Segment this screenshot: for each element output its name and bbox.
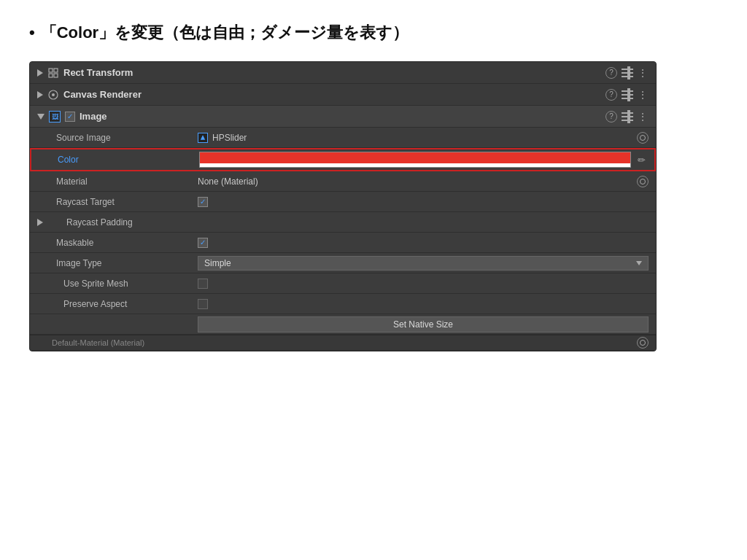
use-sprite-mesh-left: Use Sprite Mesh: [37, 279, 198, 289]
image-collapse-icon[interactable]: [37, 114, 44, 120]
set-native-size-button[interactable]: Set Native Size: [198, 316, 649, 332]
svg-rect-0: [49, 69, 53, 72]
material-target-icon[interactable]: [637, 176, 649, 187]
preserve-aspect-row: Preserve Aspect: [30, 294, 656, 314]
page-title: 「Color」を変更（色は自由；ダメージ量を表す）: [41, 22, 409, 44]
set-native-size-row: Set Native Size: [30, 314, 656, 335]
rect-transform-help-icon[interactable]: ?: [605, 67, 617, 79]
rect-transform-kebab-icon[interactable]: ⋮: [638, 67, 649, 79]
source-image-label: Source Image: [56, 133, 111, 143]
bottom-partial-row: Default-Material (Material): [30, 335, 656, 351]
rect-transform-label: Rect Transform: [63, 67, 133, 78]
raycast-padding-left: Raycast Padding: [37, 217, 198, 228]
raycast-padding-row: Raycast Padding: [30, 212, 656, 233]
preserve-aspect-checkbox[interactable]: [198, 299, 208, 309]
image-type-row: Image Type Simple: [30, 253, 656, 273]
color-swatch[interactable]: [199, 152, 631, 168]
image-type-value: Simple: [204, 258, 636, 268]
source-image-value: HPSlider: [212, 133, 247, 143]
color-label: Color: [58, 155, 79, 165]
dropdown-arrow-icon: [636, 261, 642, 265]
image-settings-icon[interactable]: [622, 111, 633, 122]
raycast-target-right: [198, 197, 649, 207]
set-native-size-right: Set Native Size: [198, 316, 649, 332]
image-component-left: 🖼 Image: [37, 111, 198, 122]
image-component-row: 🖼 Image ? ⋮: [30, 106, 656, 128]
eyedropper-icon[interactable]: ✏: [635, 154, 647, 166]
source-image-target-icon[interactable]: [637, 132, 649, 144]
color-row: Color ✏: [30, 148, 656, 171]
color-swatch-red: [200, 152, 630, 163]
image-component-label: Image: [80, 111, 107, 122]
bullet: •: [29, 23, 35, 42]
rect-transform-icon: [47, 67, 59, 79]
image-type-dropdown[interactable]: Simple: [198, 256, 649, 271]
material-row: Material None (Material): [30, 171, 656, 192]
rect-transform-actions: ? ⋮: [605, 67, 649, 79]
preserve-aspect-left: Preserve Aspect: [37, 299, 198, 309]
material-value: None (Material): [198, 176, 258, 187]
canvas-renderer-left: Canvas Renderer: [37, 89, 198, 101]
maskable-left: Maskable: [37, 238, 198, 248]
bottom-partial-target-icon[interactable]: [637, 337, 649, 349]
rect-transform-collapse-icon[interactable]: [37, 69, 43, 77]
raycast-target-checkbox[interactable]: [198, 197, 208, 207]
rect-transform-left: Rect Transform: [37, 67, 198, 79]
maskable-right: [198, 238, 649, 248]
image-kebab-icon[interactable]: ⋮: [638, 111, 649, 122]
svg-rect-3: [54, 74, 58, 77]
image-help-icon[interactable]: ?: [605, 111, 617, 122]
image-type-label: Image Type: [56, 258, 101, 268]
raycast-target-label: Raycast Target: [56, 197, 115, 207]
rect-transform-settings-icon[interactable]: [622, 67, 633, 79]
set-native-size-button-label: Set Native Size: [393, 319, 453, 330]
maskable-label: Maskable: [56, 238, 93, 248]
canvas-renderer-actions: ? ⋮: [605, 89, 649, 101]
color-swatch-white: [200, 163, 630, 167]
image-type-left: Image Type: [37, 258, 198, 268]
canvas-renderer-icon: [47, 89, 59, 101]
canvas-renderer-kebab-icon[interactable]: ⋮: [638, 89, 649, 101]
image-enabled-checkbox[interactable]: [65, 112, 75, 122]
canvas-renderer-collapse-icon[interactable]: [37, 91, 43, 98]
bottom-partial-label: Default-Material (Material): [52, 338, 144, 347]
preserve-aspect-right: [198, 299, 649, 309]
svg-rect-2: [49, 74, 53, 77]
canvas-renderer-settings-icon[interactable]: [622, 89, 633, 101]
image-component-actions: ? ⋮: [605, 111, 649, 122]
raycast-padding-collapse-icon[interactable]: [37, 219, 43, 226]
raycast-target-row: Raycast Target: [30, 192, 656, 212]
title-section: • 「Color」を変更（色は自由；ダメージ量を表す）: [29, 22, 409, 44]
material-label: Material: [56, 176, 88, 187]
raycast-padding-label: Raycast Padding: [66, 217, 133, 228]
canvas-renderer-label: Canvas Renderer: [63, 89, 142, 100]
canvas-renderer-row: Canvas Renderer ? ⋮: [30, 84, 656, 106]
use-sprite-mesh-row: Use Sprite Mesh: [30, 273, 656, 294]
maskable-checkbox[interactable]: [198, 238, 208, 248]
material-right: None (Material): [198, 176, 649, 187]
material-left: Material: [37, 176, 198, 187]
rect-transform-row: Rect Transform ? ⋮: [30, 62, 656, 84]
source-image-right: HPSlider: [198, 132, 649, 144]
svg-rect-1: [54, 69, 58, 72]
use-sprite-mesh-right: [198, 279, 649, 289]
maskable-row: Maskable: [30, 233, 656, 253]
use-sprite-mesh-label: Use Sprite Mesh: [63, 279, 128, 289]
color-left: Color: [39, 155, 199, 165]
color-right[interactable]: ✏: [199, 152, 647, 168]
source-image-row: Source Image HPSlider: [30, 128, 656, 148]
image-type-right: Simple: [198, 256, 649, 271]
inspector-panel: Rect Transform ? ⋮ Canvas Renderer ?: [29, 61, 657, 351]
canvas-renderer-help-icon[interactable]: ?: [605, 89, 617, 101]
image-component-icon: 🖼: [49, 111, 61, 122]
source-image-left: Source Image: [37, 133, 198, 143]
svg-point-5: [52, 93, 55, 96]
preserve-aspect-label: Preserve Aspect: [63, 299, 127, 309]
raycast-target-left: Raycast Target: [37, 197, 198, 207]
source-image-type-icon: [198, 133, 208, 143]
use-sprite-mesh-checkbox[interactable]: [198, 279, 208, 289]
